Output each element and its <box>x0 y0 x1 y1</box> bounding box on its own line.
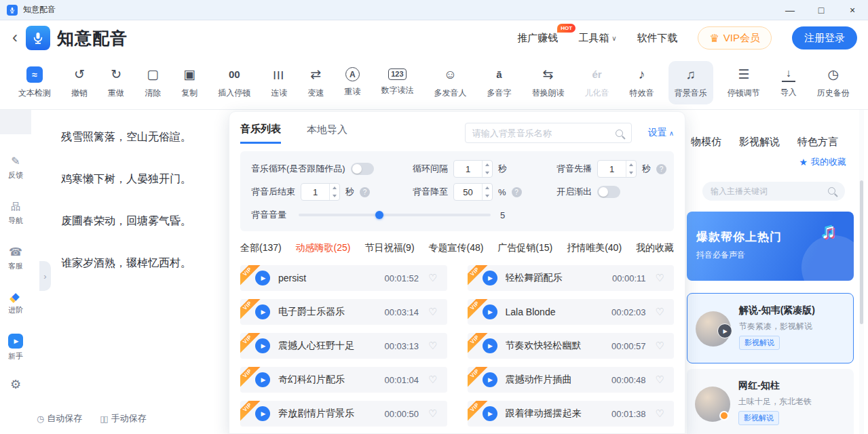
fadeout-toggle[interactable] <box>597 186 620 198</box>
help-icon[interactable]: ? <box>512 187 522 197</box>
category-ads[interactable]: 广告促销(15) <box>497 242 552 254</box>
promo-banner[interactable]: 爆款帮你上热门 抖音必备声音 ♫ <box>687 212 854 281</box>
script-editor[interactable]: 残雪照篱落，空山无俗諠。 鸡寒懒下树，人晏独开门。 废圃春荣动，回塘雾气昏。 谁… <box>31 110 229 434</box>
settings-toggle-link[interactable]: 设置 ∧ <box>648 127 674 139</box>
close-button[interactable]: × <box>837 0 868 20</box>
favorite-heart-icon[interactable]: ♡ <box>656 306 664 318</box>
sidebar-item-feedback[interactable]: ✎反馈 <box>0 155 31 180</box>
help-icon[interactable]: ? <box>656 164 666 174</box>
volume-knob[interactable] <box>375 211 383 219</box>
favorite-heart-icon[interactable]: ♡ <box>656 340 664 352</box>
toolbar-item-replace-reading[interactable]: ⇆替换朗读 <box>526 61 571 104</box>
panel-collapse-handle[interactable]: › <box>39 261 51 291</box>
favorite-heart-icon[interactable]: ♡ <box>656 374 664 386</box>
duck-stepper[interactable]: 50 <box>453 183 493 201</box>
category-lyrical[interactable]: 抒情唯美(40) <box>567 242 622 254</box>
voice-card[interactable]: 网红-知柱 土味十足，东北老铁 影视解说 <box>687 369 854 434</box>
track-item[interactable]: VIP ▶ 奔放剧情片背景乐 00:00:50 ♡ <box>240 401 447 427</box>
toolbar-item-speed[interactable]: ⇄变速 <box>301 61 330 104</box>
toolbar-item-sound-effect[interactable]: ♪特效音 <box>624 61 660 104</box>
toolbar-item-stress[interactable]: A重读 <box>338 62 366 103</box>
toolbar-item-undo[interactable]: ↺撤销 <box>65 61 94 104</box>
toolbar-item-text-check[interactable]: ≈文本检测 <box>12 61 57 104</box>
minimize-button[interactable]: — <box>774 0 806 20</box>
track-item[interactable]: VIP ▶ persist 00:01:52 ♡ <box>240 265 447 291</box>
tab-imitation[interactable]: 物模仿 <box>691 136 721 149</box>
toolbar-item-insert-pause[interactable]: 00插入停顿 <box>212 61 257 104</box>
my-favorites-link[interactable]: ★ 我的收藏 <box>799 156 846 168</box>
toolbar-item-redo[interactable]: ↻重做 <box>102 61 130 104</box>
stepper-up[interactable] <box>626 161 636 169</box>
promo-link[interactable]: 推广赚钱 HOT <box>517 32 558 45</box>
toolbar-item-erhua[interactable]: ér儿化音 <box>579 61 616 104</box>
tab-dialect[interactable]: 特色方言 <box>797 136 838 149</box>
maximize-button[interactable]: □ <box>806 0 837 20</box>
track-item[interactable]: VIP ▶ 跟着律动摇摆起来 00:01:38 ♡ <box>468 401 675 427</box>
toolbar-item-bgm[interactable]: ♫背景音乐 <box>668 61 713 104</box>
toolbox-menu[interactable]: 工具箱 ∨ <box>578 32 616 45</box>
toolbar-item-polyphone[interactable]: ā多音字 <box>481 61 518 104</box>
sidebar-item-navigation[interactable]: 品导航 <box>0 201 31 226</box>
stepper-up[interactable] <box>483 161 492 169</box>
category-upbeat[interactable]: 动感嗨歌(25) <box>296 242 351 254</box>
track-item[interactable]: VIP ▶ 震撼动作片插曲 00:00:48 ♡ <box>468 367 675 393</box>
category-favorites[interactable]: 我的收藏 <box>636 242 674 254</box>
stepper-down[interactable] <box>483 169 492 177</box>
help-icon[interactable]: ? <box>360 187 370 197</box>
toolbar-item-liaison[interactable]: |||连读 <box>265 61 293 104</box>
autosave-button[interactable]: ◷自动保存 <box>37 412 82 425</box>
track-item[interactable]: VIP ▶ 节奏欢快轻松幽默 00:00:57 ♡ <box>468 333 675 359</box>
toolbar-item-pause-adjust[interactable]: ☰停顿调节 <box>721 61 766 104</box>
stepper-up[interactable] <box>330 184 339 192</box>
back-icon[interactable]: ‹ <box>12 28 18 47</box>
toolbar-item-import[interactable]: ↓导入 <box>774 62 803 104</box>
track-item[interactable]: VIP ▶ Lala Blonde 00:02:03 ♡ <box>468 299 675 325</box>
toolbar-item-history-backup[interactable]: ◷历史备份 <box>811 61 856 104</box>
sidebar-item-beginner[interactable]: ▶新手 <box>0 334 31 361</box>
sidebar-item-support[interactable]: ☎客服 <box>0 245 31 271</box>
voice-search-input[interactable] <box>711 186 826 196</box>
manual-save-button[interactable]: ▯▯手动保存 <box>100 412 146 425</box>
toolbar-item-copy[interactable]: ▣复制 <box>175 61 204 104</box>
loop-toggle[interactable] <box>351 163 374 175</box>
music-search-box[interactable] <box>465 123 632 143</box>
toolbar-item-number-reading[interactable]: 123数字读法 <box>375 63 419 102</box>
voice-card[interactable]: ▶ 解说-知韦(紧凑版) 节奏紧凑，影视解说 影视解说 <box>687 293 854 363</box>
favorite-heart-icon[interactable]: ♡ <box>428 306 437 318</box>
scrollbar-thumb[interactable] <box>860 180 863 324</box>
category-festival[interactable]: 节日祝福(9) <box>364 242 414 254</box>
lead-stepper[interactable]: 1 <box>597 160 637 178</box>
category-all[interactable]: 全部(137) <box>240 242 282 254</box>
volume-slider[interactable] <box>299 214 491 216</box>
favorite-heart-icon[interactable]: ♡ <box>428 374 437 386</box>
tab-music-list[interactable]: 音乐列表 <box>240 123 281 144</box>
favorite-heart-icon[interactable]: ♡ <box>428 340 437 352</box>
sidebar-item-advanced[interactable]: ◆进阶 <box>0 290 31 315</box>
track-item[interactable]: VIP ▶ 奇幻科幻片配乐 00:01:04 ♡ <box>240 367 447 393</box>
settings-gear-icon[interactable]: ⚙ <box>0 377 31 392</box>
favorite-heart-icon[interactable]: ♡ <box>428 272 437 284</box>
favorite-heart-icon[interactable]: ♡ <box>656 408 664 420</box>
category-feature[interactable]: 专题宣传(48) <box>428 242 483 254</box>
stepper-down[interactable] <box>626 169 636 177</box>
stepper-down[interactable] <box>330 192 339 200</box>
toolbar-item-multi-speaker[interactable]: ☺多发音人 <box>428 61 472 104</box>
favorite-heart-icon[interactable]: ♡ <box>656 272 664 284</box>
stepper-down[interactable] <box>483 192 492 200</box>
tab-local-import[interactable]: 本地导入 <box>307 123 347 142</box>
stepper-up[interactable] <box>483 184 492 192</box>
vip-button[interactable]: ♛ VIP会员 <box>698 26 772 50</box>
download-link[interactable]: 软件下载 <box>637 32 677 45</box>
login-button[interactable]: 注册登录 <box>792 26 857 50</box>
voice-search-box[interactable] <box>702 182 845 201</box>
music-search-input[interactable] <box>472 128 611 138</box>
tail-stepper[interactable]: 1 <box>301 183 340 201</box>
tab-film-narration[interactable]: 影视解说 <box>739 136 780 149</box>
play-icon[interactable]: ▶ <box>717 323 732 338</box>
interval-stepper[interactable]: 1 <box>453 160 493 178</box>
track-item[interactable]: VIP ▶ 轻松舞蹈配乐 00:00:11 ♡ <box>468 265 675 291</box>
toolbar-item-clear[interactable]: ▢清除 <box>138 61 167 104</box>
favorite-heart-icon[interactable]: ♡ <box>428 408 437 420</box>
track-item[interactable]: VIP ▶ 震撼人心狂野十足 00:03:13 ♡ <box>240 333 447 359</box>
track-item[interactable]: VIP ▶ 电子爵士乐器乐 00:03:14 ♡ <box>240 299 447 325</box>
